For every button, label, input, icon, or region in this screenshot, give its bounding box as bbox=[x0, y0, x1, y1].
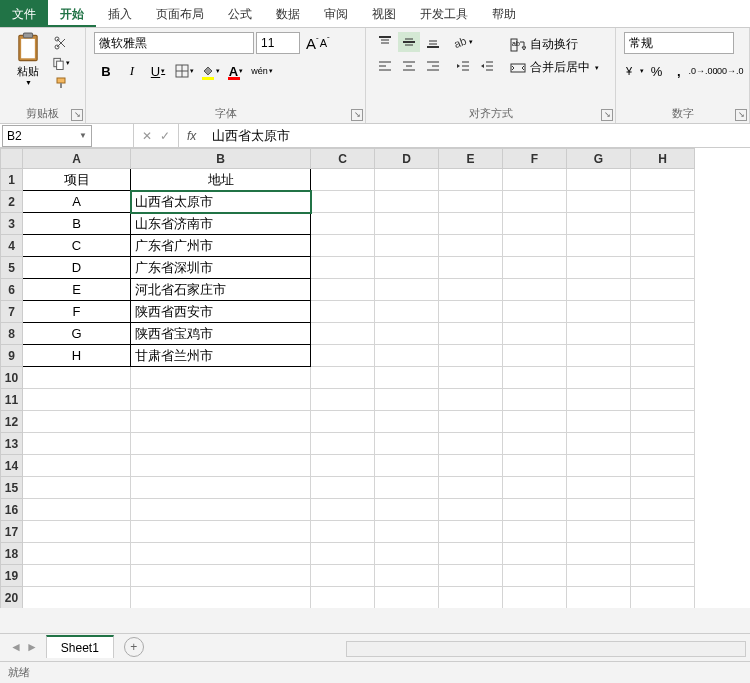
cell-A8[interactable]: G bbox=[23, 323, 131, 345]
align-middle-button[interactable] bbox=[398, 32, 420, 52]
font-size-select[interactable] bbox=[256, 32, 300, 54]
cell-A5[interactable]: D bbox=[23, 257, 131, 279]
increase-decimal-button[interactable]: .0→.00 bbox=[691, 60, 715, 82]
cell-C9[interactable] bbox=[311, 345, 375, 367]
cell-D11[interactable] bbox=[375, 389, 439, 411]
cell-C14[interactable] bbox=[311, 455, 375, 477]
cell-E13[interactable] bbox=[439, 433, 503, 455]
cell-H4[interactable] bbox=[631, 235, 695, 257]
cell-C1[interactable] bbox=[311, 169, 375, 191]
cell-A10[interactable] bbox=[23, 367, 131, 389]
row-header-10[interactable]: 10 bbox=[1, 367, 23, 389]
row-header-15[interactable]: 15 bbox=[1, 477, 23, 499]
cell-B12[interactable] bbox=[131, 411, 311, 433]
cell-C19[interactable] bbox=[311, 565, 375, 587]
font-launcher[interactable]: ↘ bbox=[351, 109, 363, 121]
cell-E6[interactable] bbox=[439, 279, 503, 301]
cell-F2[interactable] bbox=[503, 191, 567, 213]
cell-C2[interactable] bbox=[311, 191, 375, 213]
add-sheet-button[interactable]: + bbox=[124, 637, 144, 657]
cell-E8[interactable] bbox=[439, 323, 503, 345]
cell-C18[interactable] bbox=[311, 543, 375, 565]
cell-G1[interactable] bbox=[567, 169, 631, 191]
cell-A2[interactable]: A bbox=[23, 191, 131, 213]
cell-B15[interactable] bbox=[131, 477, 311, 499]
clipboard-launcher[interactable]: ↘ bbox=[71, 109, 83, 121]
cell-G8[interactable] bbox=[567, 323, 631, 345]
cell-H19[interactable] bbox=[631, 565, 695, 587]
cell-F20[interactable] bbox=[503, 587, 567, 609]
cell-E9[interactable] bbox=[439, 345, 503, 367]
menu-developer[interactable]: 开发工具 bbox=[408, 0, 480, 27]
cell-B6[interactable]: 河北省石家庄市 bbox=[131, 279, 311, 301]
cell-D14[interactable] bbox=[375, 455, 439, 477]
align-left-button[interactable] bbox=[374, 56, 396, 76]
cell-F10[interactable] bbox=[503, 367, 567, 389]
row-header-19[interactable]: 19 bbox=[1, 565, 23, 587]
alignment-launcher[interactable]: ↘ bbox=[601, 109, 613, 121]
cell-B7[interactable]: 陕西省西安市 bbox=[131, 301, 311, 323]
cell-H20[interactable] bbox=[631, 587, 695, 609]
cell-A14[interactable] bbox=[23, 455, 131, 477]
cell-E14[interactable] bbox=[439, 455, 503, 477]
sheet-nav-next[interactable]: ► bbox=[26, 640, 38, 654]
cell-A7[interactable]: F bbox=[23, 301, 131, 323]
cell-B3[interactable]: 山东省济南市 bbox=[131, 213, 311, 235]
cell-E11[interactable] bbox=[439, 389, 503, 411]
column-header-C[interactable]: C bbox=[311, 149, 375, 169]
cell-H15[interactable] bbox=[631, 477, 695, 499]
cell-B5[interactable]: 广东省深圳市 bbox=[131, 257, 311, 279]
fill-color-button[interactable]: ▾ bbox=[198, 60, 222, 82]
cell-F1[interactable] bbox=[503, 169, 567, 191]
cell-G17[interactable] bbox=[567, 521, 631, 543]
grow-font-button[interactable]: Aˆ bbox=[306, 35, 319, 52]
cell-G2[interactable] bbox=[567, 191, 631, 213]
cell-A18[interactable] bbox=[23, 543, 131, 565]
font-color-button[interactable]: A ▾ bbox=[224, 60, 248, 82]
cell-F6[interactable] bbox=[503, 279, 567, 301]
formula-input[interactable] bbox=[204, 124, 750, 147]
cell-D4[interactable] bbox=[375, 235, 439, 257]
cell-G3[interactable] bbox=[567, 213, 631, 235]
cell-E5[interactable] bbox=[439, 257, 503, 279]
cell-D19[interactable] bbox=[375, 565, 439, 587]
row-header-12[interactable]: 12 bbox=[1, 411, 23, 433]
cell-C15[interactable] bbox=[311, 477, 375, 499]
cell-G19[interactable] bbox=[567, 565, 631, 587]
cell-C11[interactable] bbox=[311, 389, 375, 411]
cell-E17[interactable] bbox=[439, 521, 503, 543]
row-header-8[interactable]: 8 bbox=[1, 323, 23, 345]
column-header-B[interactable]: B bbox=[131, 149, 311, 169]
column-header-H[interactable]: H bbox=[631, 149, 695, 169]
menu-data[interactable]: 数据 bbox=[264, 0, 312, 27]
row-header-20[interactable]: 20 bbox=[1, 587, 23, 609]
cell-H5[interactable] bbox=[631, 257, 695, 279]
cell-G5[interactable] bbox=[567, 257, 631, 279]
cell-B10[interactable] bbox=[131, 367, 311, 389]
cell-A12[interactable] bbox=[23, 411, 131, 433]
decrease-indent-button[interactable] bbox=[452, 56, 474, 76]
shrink-font-button[interactable]: Aˇ bbox=[320, 35, 330, 52]
row-header-5[interactable]: 5 bbox=[1, 257, 23, 279]
cell-H7[interactable] bbox=[631, 301, 695, 323]
menu-formulas[interactable]: 公式 bbox=[216, 0, 264, 27]
sheet-tab-sheet1[interactable]: Sheet1 bbox=[46, 635, 114, 658]
cell-G15[interactable] bbox=[567, 477, 631, 499]
column-header-E[interactable]: E bbox=[439, 149, 503, 169]
cell-B17[interactable] bbox=[131, 521, 311, 543]
cell-D18[interactable] bbox=[375, 543, 439, 565]
cell-E15[interactable] bbox=[439, 477, 503, 499]
row-header-16[interactable]: 16 bbox=[1, 499, 23, 521]
phonetic-button[interactable]: wén▾ bbox=[250, 60, 274, 82]
cell-A20[interactable] bbox=[23, 587, 131, 609]
cell-F12[interactable] bbox=[503, 411, 567, 433]
cell-F4[interactable] bbox=[503, 235, 567, 257]
cell-F16[interactable] bbox=[503, 499, 567, 521]
cell-H1[interactable] bbox=[631, 169, 695, 191]
row-header-6[interactable]: 6 bbox=[1, 279, 23, 301]
row-header-11[interactable]: 11 bbox=[1, 389, 23, 411]
cell-F8[interactable] bbox=[503, 323, 567, 345]
cell-G13[interactable] bbox=[567, 433, 631, 455]
menu-page-layout[interactable]: 页面布局 bbox=[144, 0, 216, 27]
cell-G12[interactable] bbox=[567, 411, 631, 433]
